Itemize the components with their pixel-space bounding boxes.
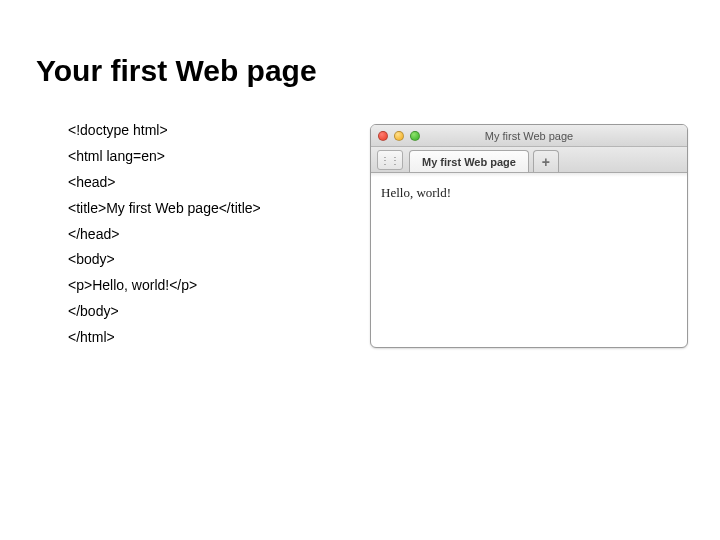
plus-icon: +: [542, 154, 550, 170]
browser-tab-bar: ⋮⋮ My first Web page +: [371, 147, 687, 173]
code-line: </body>: [68, 299, 261, 325]
code-line: <body>: [68, 247, 261, 273]
code-line: </html>: [68, 325, 261, 351]
code-line: <p>Hello, world!</p>: [68, 273, 261, 299]
page-content: Hello, world!: [371, 177, 687, 209]
tab-label: My first Web page: [422, 156, 516, 168]
window-controls: [378, 131, 420, 141]
tab-overview-button[interactable]: ⋮⋮: [377, 150, 403, 170]
new-tab-button[interactable]: +: [533, 150, 559, 172]
close-icon[interactable]: [378, 131, 388, 141]
grid-icon: ⋮⋮: [380, 155, 400, 166]
browser-titlebar: My first Web page: [371, 125, 687, 147]
code-line: <title>My first Web page</title>: [68, 196, 261, 222]
maximize-icon[interactable]: [410, 131, 420, 141]
code-listing: <!doctype html> <html lang=en> <head> <t…: [68, 118, 261, 351]
tab-active[interactable]: My first Web page: [409, 150, 529, 172]
code-line: <!doctype html>: [68, 118, 261, 144]
browser-window: My first Web page ⋮⋮ My first Web page +…: [370, 124, 688, 348]
code-line: <html lang=en>: [68, 144, 261, 170]
slide-title: Your first Web page: [36, 54, 317, 88]
code-line: <head>: [68, 170, 261, 196]
page-text: Hello, world!: [381, 185, 451, 200]
minimize-icon[interactable]: [394, 131, 404, 141]
code-line: </head>: [68, 222, 261, 248]
